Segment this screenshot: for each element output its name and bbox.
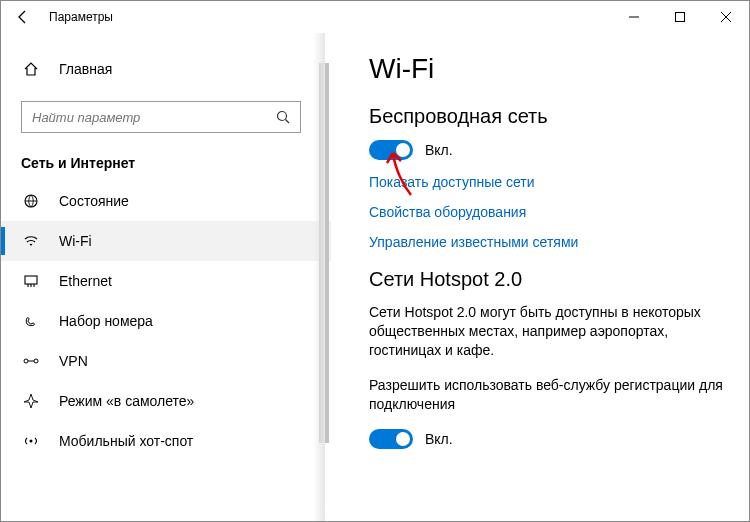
sidebar-scrollbar[interactable] — [317, 33, 331, 521]
sidebar-item-hotspot[interactable]: Мобильный хот-спот — [1, 421, 331, 461]
wifi-icon — [21, 233, 41, 249]
close-icon — [721, 12, 731, 22]
sidebar-item-label: Мобильный хот-спот — [59, 433, 193, 449]
sidebar-item-wifi[interactable]: Wi-Fi — [1, 221, 331, 261]
home-icon — [21, 61, 41, 77]
link-manage-known[interactable]: Управление известными сетями — [369, 234, 735, 250]
sidebar-category: Сеть и Интернет — [21, 155, 331, 171]
airplane-icon — [21, 393, 41, 409]
sidebar-home-label: Главная — [59, 61, 112, 77]
hotspot-allow: Разрешить использовать веб-службу регист… — [369, 376, 735, 414]
sidebar-nav: Состояние Wi-Fi Ethernet Набор номера VP… — [1, 181, 331, 521]
settings-window: Параметры Главная Сеть и Интернет — [0, 0, 750, 522]
sidebar-scroll-thumb[interactable] — [319, 63, 329, 443]
search-box[interactable] — [21, 101, 301, 133]
page-title: Wi-Fi — [369, 53, 735, 85]
link-hw-properties[interactable]: Свойства оборудования — [369, 204, 735, 220]
minimize-button[interactable] — [611, 1, 657, 33]
hotspot-heading: Сети Hotspot 2.0 — [369, 268, 735, 291]
hotspot-toggle-label: Вкл. — [425, 431, 453, 447]
maximize-icon — [675, 12, 685, 22]
sidebar-item-ethernet[interactable]: Ethernet — [1, 261, 331, 301]
status-icon — [21, 193, 41, 209]
wireless-toggle-label: Вкл. — [425, 142, 453, 158]
sidebar-item-label: Режим «в самолете» — [59, 393, 194, 409]
svg-line-3 — [286, 120, 290, 124]
sidebar-item-label: Ethernet — [59, 273, 112, 289]
close-button[interactable] — [703, 1, 749, 33]
maximize-button[interactable] — [657, 1, 703, 33]
content-pane: Wi-Fi Беспроводная сеть Вкл. Показать до… — [331, 33, 749, 521]
svg-point-9 — [30, 440, 33, 443]
window-title: Параметры — [49, 10, 113, 24]
sidebar-home[interactable]: Главная — [21, 49, 331, 89]
search-icon — [276, 110, 290, 124]
dialup-icon — [21, 313, 41, 329]
hotspot-icon — [21, 433, 41, 449]
titlebar: Параметры — [1, 1, 749, 33]
window-body: Главная Сеть и Интернет Состояние Wi-Fi — [1, 33, 749, 521]
sidebar-item-label: Wi-Fi — [59, 233, 92, 249]
hotspot-desc: Сети Hotspot 2.0 могут быть доступны в н… — [369, 303, 735, 360]
sidebar-item-vpn[interactable]: VPN — [1, 341, 331, 381]
sidebar-item-airplane[interactable]: Режим «в самолете» — [1, 381, 331, 421]
hotspot-toggle-row: Вкл. — [369, 429, 735, 449]
sidebar: Главная Сеть и Интернет Состояние Wi-Fi — [1, 33, 331, 521]
sidebar-item-status[interactable]: Состояние — [1, 181, 331, 221]
vpn-icon — [21, 353, 41, 369]
sidebar-item-label: Состояние — [59, 193, 129, 209]
link-show-networks[interactable]: Показать доступные сети — [369, 174, 735, 190]
sidebar-item-label: VPN — [59, 353, 88, 369]
wireless-toggle-row: Вкл. — [369, 140, 735, 160]
back-button[interactable] — [9, 3, 37, 31]
wireless-heading: Беспроводная сеть — [369, 105, 735, 128]
wireless-toggle[interactable] — [369, 140, 413, 160]
window-controls — [611, 1, 749, 33]
sidebar-item-label: Набор номера — [59, 313, 153, 329]
svg-rect-5 — [25, 276, 37, 284]
svg-point-6 — [24, 359, 28, 363]
arrow-left-icon — [15, 9, 31, 25]
search-input[interactable] — [32, 110, 276, 125]
svg-rect-1 — [676, 13, 685, 22]
hotspot-toggle[interactable] — [369, 429, 413, 449]
ethernet-icon — [21, 273, 41, 289]
svg-point-2 — [278, 112, 287, 121]
minimize-icon — [629, 12, 639, 22]
svg-point-7 — [34, 359, 38, 363]
sidebar-item-dialup[interactable]: Набор номера — [1, 301, 331, 341]
